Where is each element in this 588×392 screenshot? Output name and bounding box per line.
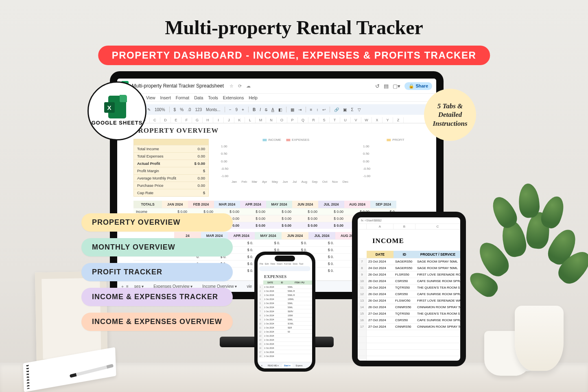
font-size[interactable]: 9 [236, 107, 238, 112]
bold-icon[interactable]: B [253, 107, 256, 112]
column-headers[interactable]: ABCDEFGHIJKLMNOPQRSTUVWXYZ [117, 117, 436, 123]
borders-icon[interactable]: ▦ [291, 107, 294, 112]
menu-insert[interactable]: Insert [160, 95, 171, 100]
insert-icon[interactable]: ▣ [343, 107, 347, 112]
badge-google-sheets: GOOGLE SHEETS [87, 81, 146, 140]
feature-pills: PROPERTY OVERVIEWMONTHLY OVERVIEWPROFIT … [81, 213, 233, 331]
phone-sheet-tabs[interactable]: ≡READ ME ▾Start ▾Expens [258, 362, 312, 368]
feature-pill: MONTHLY OVERVIEW [81, 238, 233, 256]
overview-title: PROPERTY OVERVIEW [133, 127, 428, 135]
phone-screen: FileEditViewInsertFormatDataTool EXPENSE… [258, 255, 312, 368]
functions-icon[interactable]: Σ [351, 107, 353, 112]
strike-icon[interactable]: S̶ [265, 107, 267, 112]
decimal-dec[interactable]: .0 [188, 107, 191, 112]
number-format[interactable]: 123 [195, 107, 202, 112]
currency-format[interactable]: $ [174, 107, 176, 112]
overview-summary-table: Total Income0.00Total Expenses0.00Actual… [133, 139, 209, 197]
doc-status-icons: ☆ ⟳ ☁ [230, 83, 252, 89]
tablet-mockup: fx =Start!$B$2 ABC INCOME DATEIDPRODUCT … [352, 212, 466, 366]
merge-icon[interactable]: ⇥ [298, 107, 302, 112]
phone-mockup: FileEditViewInsertFormatDataTool EXPENSE… [254, 252, 315, 372]
profit-chart: PROFIT 1.000.500.00-0.50-1.00 [363, 139, 428, 184]
feature-pill: PROFIT TRACKER [81, 263, 233, 281]
meet-icon[interactable]: ▢▾ [393, 83, 400, 89]
page-title: Multi-property Rental Tracker [0, 16, 588, 39]
menu-extensions[interactable]: Extensions [223, 95, 244, 100]
income-title: INCOME [358, 230, 460, 251]
comments-icon[interactable]: ▤ [384, 83, 389, 89]
toolbar[interactable]: ↶ ↷ ⎙ ✎ 100% $ % .0 123 Monts... − 9 + B… [121, 104, 432, 115]
paint-icon[interactable]: ✎ [147, 107, 151, 112]
doc-title[interactable]: Multi-property Rental Tracker Spreadshee… [132, 83, 224, 89]
excel-sheets-icon [108, 96, 126, 118]
menu-data[interactable]: Data [194, 95, 203, 100]
feature-pill: PROPERTY OVERVIEW [81, 213, 233, 232]
wrap-icon[interactable]: ↩ [322, 107, 326, 112]
feature-pill: INCOME & EXPENSES TRACKER [81, 288, 233, 306]
badge-sheets-label: GOOGLE SHEETS [92, 120, 143, 126]
tablet-screen: fx =Start!$B$2 ABC INCOME DATEIDPRODUCT … [358, 217, 460, 361]
phone-toolbar[interactable] [259, 266, 310, 271]
menu-tools[interactable]: Tools [208, 95, 218, 100]
link-icon[interactable]: 🔗 [334, 107, 339, 112]
menu-view[interactable]: View [146, 95, 155, 100]
expenses-title: EXPENSES [258, 272, 312, 280]
income-expenses-chart: INCOME EXPENSES 1.000.500.00-0.50-1.00 J… [221, 139, 351, 184]
filter-icon[interactable]: ▽ [358, 107, 361, 112]
history-icon[interactable]: ↺ [375, 83, 380, 89]
fill-color-icon[interactable]: ◧ [278, 107, 282, 112]
feature-pill: INCOME & EXPENSES OVERVIEW [81, 313, 233, 331]
share-button[interactable]: 🔒 Share [404, 82, 432, 90]
halign-icon[interactable]: ≡ [310, 107, 313, 112]
valign-icon[interactable]: ↕ [316, 107, 318, 112]
menu-format[interactable]: Format [176, 95, 189, 100]
formula-bar[interactable]: fx =Start!$B$2 [358, 217, 460, 224]
percent-format[interactable]: % [180, 107, 184, 112]
page-subtitle: PROPERTY DASHBOARD - INCOME, EXPENSES & … [98, 46, 490, 65]
italic-icon[interactable]: I [260, 107, 261, 112]
zoom-select[interactable]: 100% [155, 107, 165, 112]
text-color-icon[interactable]: A [271, 107, 274, 112]
font-select[interactable]: Monts... [206, 107, 221, 112]
menu-bar[interactable]: FileEditViewInsertFormatDataToolsExtensi… [117, 94, 436, 102]
badge-tabs-instructions: 5 Tabs & Detailed Instructions [424, 89, 476, 141]
plant-vase [498, 261, 576, 371]
menu-help[interactable]: Help [249, 95, 258, 100]
